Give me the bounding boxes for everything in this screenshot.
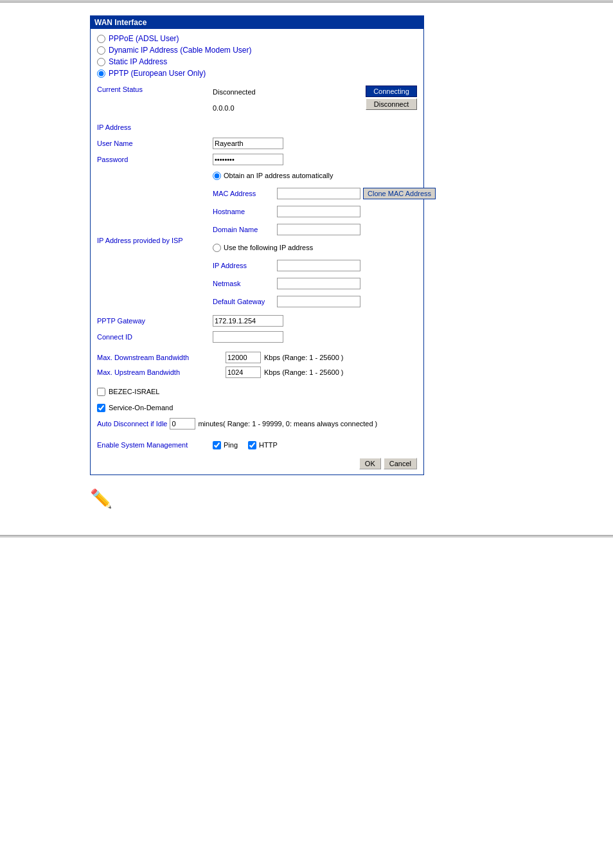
pencil-icon: ✏️ bbox=[90, 488, 112, 509]
ip-sub-input[interactable] bbox=[277, 260, 360, 271]
use-following-row[interactable]: Use the following IP address bbox=[213, 241, 436, 254]
max-upstream-row: Max. Upstream Bandwidth Kbps (Range: 1 -… bbox=[97, 366, 417, 378]
enable-sys-mgmt-label: Enable System Management bbox=[97, 441, 213, 449]
wan-interface-title: WAN Interface bbox=[91, 16, 423, 29]
radio-pptp[interactable]: PPTP (European User Only) bbox=[97, 69, 417, 78]
form-section: Current Status Disconnected 0.0.0.0 Conn… bbox=[97, 86, 417, 469]
connect-id-row: Connect ID bbox=[97, 330, 417, 343]
username-row: User Name bbox=[97, 137, 417, 150]
connect-id-label: Connect ID bbox=[97, 333, 213, 341]
max-upstream-input[interactable] bbox=[226, 366, 261, 378]
default-gateway-row: Default Gateway bbox=[213, 295, 436, 308]
mac-address-input[interactable] bbox=[277, 188, 360, 199]
hostname-row: Hostname bbox=[213, 205, 436, 218]
max-downstream-label: Max. Downstream Bandwidth bbox=[97, 354, 226, 361]
default-gateway-label: Default Gateway bbox=[213, 298, 277, 305]
obtain-auto-radio[interactable] bbox=[213, 172, 221, 180]
auto-disconnect-suffix: minutes( Range: 1 - 99999, 0: means alwa… bbox=[198, 420, 377, 428]
spacer1 bbox=[97, 347, 417, 352]
password-row: Password bbox=[97, 153, 417, 166]
radio-pptp-label: PPTP (European User Only) bbox=[109, 69, 206, 78]
password-input[interactable] bbox=[213, 154, 283, 165]
ping-label[interactable]: Ping bbox=[213, 441, 238, 449]
netmask-input[interactable] bbox=[277, 278, 360, 289]
spacer3 bbox=[97, 433, 417, 439]
max-downstream-input[interactable] bbox=[226, 352, 261, 363]
max-downstream-row: Max. Downstream Bandwidth Kbps (Range: 1… bbox=[97, 352, 417, 363]
radio-pppoe-input[interactable] bbox=[97, 35, 105, 43]
domain-name-label: Domain Name bbox=[213, 226, 277, 233]
auto-disconnect-prefix: Auto Disconnect if Idle bbox=[97, 420, 167, 428]
obtain-auto-label: Obtain an IP address automatically bbox=[224, 172, 333, 179]
mgmt-options: Ping HTTP bbox=[213, 441, 278, 449]
auto-disconnect-row: Auto Disconnect if Idle minutes( Range: … bbox=[97, 417, 417, 430]
ip-address-label: IP Address bbox=[97, 123, 213, 131]
connect-id-input[interactable] bbox=[213, 331, 283, 343]
max-upstream-label: Max. Upstream Bandwidth bbox=[97, 368, 226, 376]
connecting-button[interactable]: Connecting bbox=[366, 86, 417, 97]
wan-interface-box: WAN Interface PPPoE (ADSL User) Dynamic … bbox=[90, 15, 424, 475]
domain-name-input[interactable] bbox=[277, 224, 360, 235]
enable-sys-mgmt-row: Enable System Management Ping HTTP bbox=[97, 439, 417, 451]
ping-checkbox[interactable] bbox=[213, 441, 221, 449]
auto-disconnect-input[interactable] bbox=[170, 418, 195, 429]
max-upstream-hint: Kbps (Range: 1 - 25600 ) bbox=[264, 368, 344, 376]
ip-address-row: 0.0.0.0 bbox=[213, 102, 353, 114]
http-checkbox[interactable] bbox=[248, 441, 256, 449]
netmask-label: Netmask bbox=[213, 280, 277, 287]
bezec-israel-checkbox[interactable] bbox=[97, 388, 105, 396]
radio-static[interactable]: Static IP Address bbox=[97, 57, 417, 66]
http-label[interactable]: HTTP bbox=[248, 441, 278, 449]
username-input[interactable] bbox=[213, 138, 283, 149]
username-label: User Name bbox=[97, 140, 213, 147]
note-section: ✏️ bbox=[90, 488, 523, 509]
ping-text: Ping bbox=[224, 441, 238, 449]
ip-provided-row: IP Address provided by ISP Obtain an IP … bbox=[97, 169, 417, 311]
cancel-button[interactable]: Cancel bbox=[384, 458, 417, 469]
status-value-row: Disconnected bbox=[213, 86, 353, 98]
hostname-label: Hostname bbox=[213, 208, 277, 215]
default-gateway-input[interactable] bbox=[277, 296, 360, 307]
current-status-row: Current Status Disconnected 0.0.0.0 Conn… bbox=[97, 86, 417, 118]
ip-sub-label: IP Address bbox=[213, 262, 277, 269]
current-status-label: Current Status bbox=[97, 86, 213, 93]
radio-static-label: Static IP Address bbox=[109, 57, 167, 66]
radio-dynamic-input[interactable] bbox=[97, 46, 105, 55]
bottom-border bbox=[0, 535, 613, 538]
ip-address-value: 0.0.0.0 bbox=[213, 104, 235, 112]
radio-dynamic[interactable]: Dynamic IP Address (Cable Modem User) bbox=[97, 46, 417, 55]
status-values: Disconnected 0.0.0.0 bbox=[213, 86, 353, 118]
ok-button[interactable]: OK bbox=[359, 458, 381, 469]
radio-pptp-input[interactable] bbox=[97, 69, 105, 78]
clone-mac-button[interactable]: Clone MAC Address bbox=[363, 188, 436, 199]
action-buttons: Connecting Disconnect bbox=[366, 86, 417, 110]
mac-address-label: MAC Address bbox=[213, 190, 277, 197]
radio-pppoe[interactable]: PPPoE (ADSL User) bbox=[97, 34, 417, 43]
netmask-row: Netmask bbox=[213, 277, 436, 290]
service-on-demand-checkbox[interactable] bbox=[97, 404, 105, 412]
obtain-auto-row[interactable]: Obtain an IP address automatically bbox=[213, 169, 436, 182]
pptp-gateway-input[interactable] bbox=[213, 315, 283, 327]
service-on-demand-row[interactable]: Service-On-Demand bbox=[97, 401, 417, 414]
http-text: HTTP bbox=[259, 441, 278, 449]
radio-static-input[interactable] bbox=[97, 58, 105, 66]
current-status-value: Disconnected bbox=[213, 88, 256, 96]
pptp-gateway-label: PPTP Gateway bbox=[97, 317, 213, 325]
radio-dynamic-label: Dynamic IP Address (Cable Modem User) bbox=[109, 46, 252, 55]
disconnect-button[interactable]: Disconnect bbox=[366, 98, 417, 110]
ip-address-display-row: IP Address 0.0.0.0 bbox=[97, 121, 417, 134]
mac-address-row: MAC Address Clone MAC Address bbox=[213, 187, 436, 200]
radio-pppoe-label: PPPoE (ADSL User) bbox=[109, 34, 179, 43]
pptp-gateway-row: PPTP Gateway bbox=[97, 314, 417, 327]
domain-name-row: Domain Name bbox=[213, 223, 436, 236]
use-following-label: Use the following IP address bbox=[224, 244, 313, 251]
ip-sub-row: IP Address bbox=[213, 259, 436, 272]
bezec-israel-row[interactable]: BEZEC-ISRAEL bbox=[97, 385, 417, 398]
use-following-radio[interactable] bbox=[213, 244, 221, 252]
hostname-input[interactable] bbox=[277, 206, 360, 217]
ip-provided-label: IP Address provided by ISP bbox=[97, 237, 213, 244]
service-on-demand-label: Service-On-Demand bbox=[109, 404, 173, 411]
max-downstream-hint: Kbps (Range: 1 - 25600 ) bbox=[264, 354, 344, 361]
password-label: Password bbox=[97, 156, 213, 163]
ok-cancel-row: OK Cancel bbox=[97, 458, 417, 469]
